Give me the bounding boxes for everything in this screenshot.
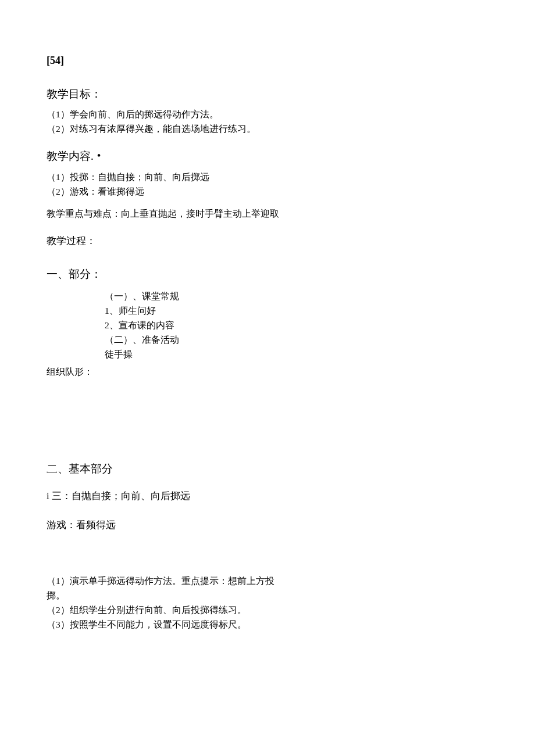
keypoints: 教学重点与难点：向上垂直抛起，接时手臂主动上举迎取 bbox=[47, 207, 488, 221]
process-heading: 教学过程： bbox=[47, 234, 488, 249]
content-heading: 教学内容. bbox=[47, 148, 488, 165]
part2-line1: i 三：自抛自接；向前、向后掷远 bbox=[47, 489, 488, 504]
formation-space bbox=[47, 379, 488, 443]
part2-line2: 游戏：看频得远 bbox=[47, 518, 488, 533]
part1-sublist: （一）、课堂常规 1、师生问好 2、宣布课的内容 （二）、准备活动 徒手操 bbox=[105, 289, 488, 361]
part1-subitem: （二）、准备活动 bbox=[105, 333, 488, 347]
lesson-number: [54] bbox=[47, 52, 488, 69]
content-list: （1）投掷：自抛自接；向前、向后掷远 （2）游戏：看谁掷得远 bbox=[47, 170, 488, 199]
content-item: （2）游戏：看谁掷得远 bbox=[47, 185, 488, 199]
part1-subitem: （一）、课堂常规 bbox=[105, 289, 488, 303]
part2-list: （1）演示单手掷远得动作方法。重点提示：想前上方投 掷。 （2）组织学生分别进行… bbox=[47, 574, 488, 632]
part2-heading: 二、基本部分 bbox=[47, 461, 488, 478]
formation-label: 组织队形： bbox=[47, 365, 488, 379]
part2-item: （3）按照学生不同能力，设置不同远度得标尺。 bbox=[47, 618, 488, 632]
objectives-heading: 教学目标： bbox=[47, 85, 488, 103]
objectives-list: （1）学会向前、向后的掷远得动作方法。 （2）对练习有浓厚得兴趣，能自选场地进行… bbox=[47, 108, 488, 136]
part2-item: （1）演示单手掷远得动作方法。重点提示：想前上方投 bbox=[47, 574, 488, 588]
content-item: （1）投掷：自抛自接；向前、向后掷远 bbox=[47, 170, 488, 184]
spacer bbox=[47, 539, 488, 574]
objective-item: （1）学会向前、向后的掷远得动作方法。 bbox=[47, 108, 488, 121]
part1-heading: 一、部分： bbox=[47, 266, 488, 284]
part2-item-cont: 掷。 bbox=[47, 589, 488, 603]
objective-item: （2）对练习有浓厚得兴趣，能自选场地进行练习。 bbox=[47, 122, 488, 136]
part1-subitem: 1、师生问好 bbox=[105, 304, 488, 318]
part1-subitem: 徒手操 bbox=[105, 347, 488, 361]
part2-item: （2）组织学生分别进行向前、向后投掷得练习。 bbox=[47, 603, 488, 617]
part1-subitem: 2、宣布课的内容 bbox=[105, 318, 488, 332]
